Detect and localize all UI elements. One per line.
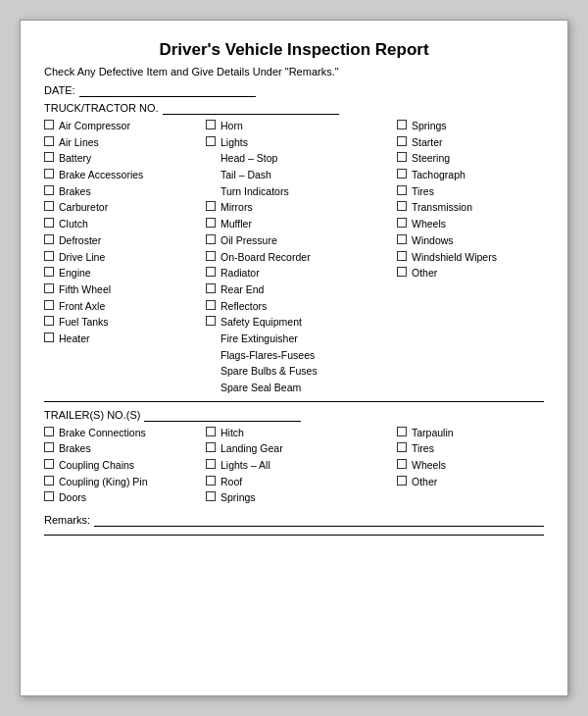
checkbox-icon[interactable] (44, 316, 54, 326)
checkbox-icon[interactable] (206, 201, 216, 211)
list-item[interactable]: Horn (206, 119, 397, 133)
list-item[interactable]: Clutch (44, 217, 206, 231)
checkbox-icon[interactable] (44, 283, 54, 293)
checkbox-icon[interactable] (397, 459, 407, 469)
list-item[interactable]: Reflectors (206, 299, 397, 314)
checkbox-icon[interactable] (44, 459, 54, 469)
list-item[interactable]: Brake Connections (44, 426, 206, 440)
checkbox-icon[interactable] (397, 120, 407, 129)
remarks-underline[interactable] (94, 513, 544, 527)
list-item[interactable]: Lights – All (206, 458, 397, 473)
list-item[interactable]: Transmission (397, 200, 544, 215)
checkbox-icon[interactable] (206, 120, 216, 129)
list-item[interactable]: Steering (397, 151, 544, 166)
checkbox-icon[interactable] (397, 152, 407, 162)
list-item[interactable]: Wheels (397, 458, 544, 473)
list-item[interactable]: Coupling (King) Pin (44, 475, 206, 489)
list-item[interactable]: Brake Accessories (44, 168, 206, 182)
list-item[interactable]: On-Board Recorder (206, 250, 397, 265)
list-item[interactable]: Other (397, 475, 544, 489)
checkbox-icon[interactable] (44, 427, 54, 436)
list-item[interactable]: Heater (44, 332, 206, 346)
checkbox-icon[interactable] (44, 300, 54, 310)
list-item[interactable]: Tarpaulin (397, 426, 544, 440)
list-item[interactable]: Hitch (206, 426, 397, 440)
list-item[interactable]: Doors (44, 490, 206, 505)
checkbox-icon[interactable] (397, 185, 407, 195)
list-item[interactable]: Springs (206, 490, 397, 505)
checkbox-icon[interactable] (397, 442, 407, 452)
checkbox-icon[interactable] (44, 251, 54, 261)
trailer-underline[interactable] (144, 408, 301, 422)
list-item[interactable]: Brakes (44, 184, 206, 199)
checkbox-icon[interactable] (44, 218, 54, 228)
checkbox-icon[interactable] (44, 234, 54, 244)
list-item[interactable]: Other (397, 266, 544, 281)
list-item[interactable]: Tires (397, 441, 544, 456)
list-item[interactable]: Drive Line (44, 250, 206, 265)
checkbox-icon[interactable] (44, 136, 54, 146)
list-item[interactable]: Landing Gear (206, 441, 397, 456)
list-item[interactable]: Carburetor (44, 200, 206, 215)
list-item[interactable]: Defroster (44, 233, 206, 248)
checkbox-icon[interactable] (206, 136, 216, 146)
checkbox-icon[interactable] (44, 169, 54, 179)
checkbox-icon[interactable] (397, 427, 407, 436)
checkbox-icon[interactable] (206, 476, 216, 486)
checkbox-icon[interactable] (44, 491, 54, 501)
checkbox-icon[interactable] (397, 136, 407, 146)
checkbox-icon[interactable] (206, 442, 216, 452)
list-item[interactable]: Wheels (397, 217, 544, 231)
checkbox-icon[interactable] (206, 491, 216, 501)
list-item[interactable]: Windows (397, 233, 544, 248)
checkbox-icon[interactable] (206, 316, 216, 326)
checkbox-icon[interactable] (397, 218, 407, 228)
list-item[interactable]: Oil Pressure (206, 233, 397, 248)
checkbox-icon[interactable] (206, 427, 216, 436)
checkbox-icon[interactable] (44, 185, 54, 195)
checkbox-icon[interactable] (44, 201, 54, 211)
list-item[interactable]: Muffler (206, 217, 397, 231)
checkbox-icon[interactable] (44, 267, 54, 277)
list-item[interactable]: Front Axle (44, 299, 206, 314)
list-item[interactable]: Radiator (206, 266, 397, 281)
checkbox-icon[interactable] (397, 169, 407, 179)
list-item[interactable]: Safety Equipment (206, 315, 397, 330)
list-item[interactable]: Rear End (206, 282, 397, 297)
list-item[interactable]: Fifth Wheel (44, 282, 206, 297)
checkbox-icon[interactable] (206, 300, 216, 310)
checkbox-icon[interactable] (397, 201, 407, 211)
checkbox-icon[interactable] (44, 120, 54, 129)
checkbox-icon[interactable] (206, 283, 216, 293)
checkbox-icon[interactable] (397, 267, 407, 277)
checkbox-icon[interactable] (206, 459, 216, 469)
list-item[interactable]: Air Compressor (44, 119, 206, 133)
checkbox-icon[interactable] (206, 251, 216, 261)
checkbox-icon[interactable] (206, 218, 216, 228)
list-item[interactable]: Coupling Chains (44, 458, 206, 473)
checkbox-icon[interactable] (397, 251, 407, 261)
list-item[interactable]: Tires (397, 184, 544, 199)
list-item[interactable]: Engine (44, 266, 206, 281)
checkbox-icon[interactable] (44, 152, 54, 162)
list-item[interactable]: Battery (44, 151, 206, 166)
list-item[interactable]: Starter (397, 135, 544, 150)
checkbox-icon[interactable] (44, 332, 54, 342)
checkbox-icon[interactable] (397, 476, 407, 486)
list-item[interactable]: Tachograph (397, 168, 544, 182)
list-item[interactable]: Mirrors (206, 200, 397, 215)
checkbox-icon[interactable] (44, 442, 54, 452)
checkbox-icon[interactable] (206, 234, 216, 244)
list-item[interactable]: Lights (206, 135, 397, 150)
list-item[interactable]: Windshield Wipers (397, 250, 544, 265)
list-item[interactable]: Fuel Tanks (44, 315, 206, 330)
date-underline[interactable] (79, 83, 256, 97)
checkbox-icon[interactable] (206, 267, 216, 277)
list-item[interactable]: Roof (206, 475, 397, 489)
list-item[interactable]: Air Lines (44, 135, 206, 150)
list-item[interactable]: Brakes (44, 441, 206, 456)
checkbox-icon[interactable] (397, 234, 407, 244)
truck-underline[interactable] (163, 101, 339, 115)
list-item[interactable]: Springs (397, 119, 544, 133)
checkbox-icon[interactable] (44, 476, 54, 486)
